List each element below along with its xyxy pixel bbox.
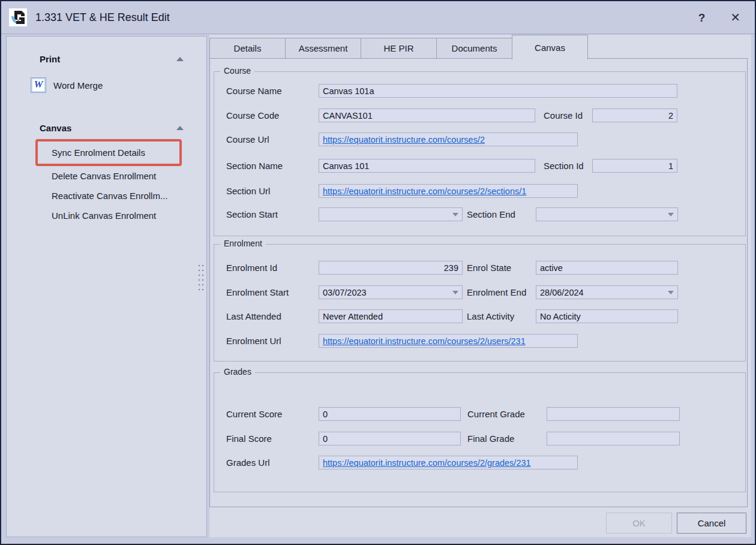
enrolment-id-field[interactable]: 239 bbox=[319, 261, 463, 275]
course-url-field: https://equatorit.instructure.com/course… bbox=[319, 133, 578, 146]
chevron-down-icon bbox=[668, 213, 674, 216]
tab-canvas[interactable]: Canvas bbox=[512, 35, 588, 59]
main-panel: Details Assessment HE PIR Documents Canv… bbox=[209, 35, 751, 537]
grades-url-field: https://equatorit.instructure.com/course… bbox=[319, 456, 578, 469]
section-name-label: Section Name bbox=[226, 161, 319, 171]
course-url-link[interactable]: https://equatorit.instructure.com/course… bbox=[323, 135, 485, 144]
section-start-dropdown[interactable] bbox=[319, 207, 463, 221]
last-attended-field[interactable]: Never Attended bbox=[319, 309, 463, 323]
enrolment-url-link[interactable]: https://equatorit.instructure.com/course… bbox=[323, 336, 526, 346]
sidebar-item-unlink-canvas-enrolment[interactable]: UnLink Canvas Enrolment bbox=[52, 209, 156, 222]
grades-group-legend: Grades bbox=[220, 367, 255, 377]
enrolment-end-dropdown[interactable]: 28/06/2024 bbox=[536, 285, 678, 299]
enrolment-id-label: Enrolment Id bbox=[226, 263, 319, 273]
current-score-label: Current Score bbox=[226, 409, 319, 419]
sidebar-group-print[interactable]: Print bbox=[40, 52, 184, 65]
section-start-label: Section Start bbox=[226, 209, 319, 219]
help-button[interactable]: ? bbox=[698, 12, 706, 23]
chevron-down-icon bbox=[452, 213, 458, 216]
collapse-arrow-icon bbox=[176, 126, 184, 130]
grades-url-link[interactable]: https://equatorit.instructure.com/course… bbox=[323, 458, 531, 468]
grades-group: Grades Current Score 0 Current Grade Fin… bbox=[214, 372, 746, 492]
course-group-legend: Course bbox=[220, 66, 254, 76]
enrolment-start-dropdown[interactable]: 03/07/2023 bbox=[319, 285, 463, 299]
course-url-label: Course Url bbox=[226, 134, 319, 144]
sidebar-item-sync-enrolment-details[interactable]: Sync Enrolment Details bbox=[52, 141, 145, 164]
canvas-tab-page: Course Course Name Canvas 101a Course Co… bbox=[209, 58, 748, 507]
close-button[interactable]: ✕ bbox=[730, 11, 740, 23]
course-name-field[interactable]: Canvas 101a bbox=[319, 84, 677, 98]
course-id-field[interactable]: 2 bbox=[592, 109, 677, 122]
chevron-down-icon bbox=[452, 291, 458, 294]
enrol-state-label: Enrol State bbox=[467, 263, 536, 273]
last-activity-field[interactable]: No Acticity bbox=[536, 309, 678, 323]
section-end-label: Section End bbox=[467, 209, 536, 219]
course-code-field[interactable]: CANVAS101 bbox=[319, 109, 535, 122]
final-score-label: Final Score bbox=[226, 433, 319, 444]
word-merge-label: Word Merge bbox=[53, 80, 103, 91]
chevron-down-icon bbox=[668, 291, 674, 294]
canvas-group-title: Canvas bbox=[40, 123, 71, 133]
app-icon bbox=[9, 8, 27, 26]
section-end-dropdown[interactable] bbox=[536, 207, 678, 221]
current-grade-label: Current Grade bbox=[467, 409, 547, 419]
sidebar-item-delete-canvas-enrollment[interactable]: Delete Canvas Enrollment bbox=[52, 169, 156, 182]
final-grade-label: Final Grade bbox=[467, 433, 547, 444]
section-id-field[interactable]: 1 bbox=[592, 159, 677, 173]
tab-he-pir[interactable]: HE PIR bbox=[361, 38, 437, 58]
window-title: 1.331 VET & HE Result Edit bbox=[35, 11, 170, 24]
dialog-window: 1.331 VET & HE Result Edit ? ✕ Print W W… bbox=[0, 0, 756, 545]
sidebar-item-reactivate-canvas-enrollment[interactable]: Reactivate Canvas Enrollm... bbox=[52, 189, 167, 202]
final-grade-field[interactable] bbox=[547, 432, 680, 445]
sidebar-group-canvas[interactable]: Canvas bbox=[40, 121, 184, 134]
enrolment-start-label: Enrolment Start bbox=[226, 287, 319, 297]
splitter-grip[interactable] bbox=[197, 263, 205, 293]
current-grade-field[interactable] bbox=[547, 407, 680, 421]
section-url-field: https://equatorit.instructure.com/course… bbox=[319, 184, 578, 198]
word-icon: W bbox=[31, 77, 46, 93]
section-name-field[interactable]: Canvas 101 bbox=[319, 159, 535, 173]
cancel-button[interactable]: Cancel bbox=[677, 513, 746, 534]
section-url-label: Section Url bbox=[226, 186, 319, 196]
enrolment-group-legend: Enrolment bbox=[220, 239, 266, 248]
sidebar: Print W Word Merge Canvas Sync Enrolment… bbox=[6, 36, 207, 537]
enrolment-end-label: Enrolment End bbox=[467, 287, 536, 297]
last-activity-label: Last Activity bbox=[467, 311, 536, 321]
course-group: Course Course Name Canvas 101a Course Co… bbox=[214, 71, 746, 236]
last-attended-label: Last Attended bbox=[226, 311, 319, 321]
grades-url-label: Grades Url bbox=[226, 457, 319, 468]
tab-documents[interactable]: Documents bbox=[436, 38, 512, 58]
final-score-field[interactable]: 0 bbox=[319, 432, 461, 445]
enrolment-url-field: https://equatorit.instructure.com/course… bbox=[319, 334, 578, 348]
course-id-label: Course Id bbox=[544, 110, 592, 121]
enrolment-group: Enrolment Enrolment Id 239 Enrol State a… bbox=[214, 244, 746, 362]
titlebar: 1.331 VET & HE Result Edit ? ✕ bbox=[1, 1, 755, 34]
enrol-state-field[interactable]: active bbox=[536, 261, 678, 275]
course-name-label: Course Name bbox=[226, 86, 319, 96]
tab-strip: Details Assessment HE PIR Documents Canv… bbox=[209, 35, 751, 59]
highlight-box: Sync Enrolment Details bbox=[35, 139, 182, 166]
tab-details[interactable]: Details bbox=[209, 38, 286, 58]
print-group-title: Print bbox=[40, 54, 60, 64]
section-id-label: Section Id bbox=[544, 161, 592, 171]
tab-assessment[interactable]: Assessment bbox=[285, 38, 361, 58]
course-code-label: Course Code bbox=[226, 110, 319, 121]
sidebar-item-word-merge[interactable]: W Word Merge bbox=[31, 76, 103, 94]
enrolment-url-label: Enrolment Url bbox=[226, 336, 319, 346]
current-score-field[interactable]: 0 bbox=[319, 407, 461, 421]
section-url-link[interactable]: https://equatorit.instructure.com/course… bbox=[323, 186, 526, 196]
collapse-arrow-icon bbox=[176, 57, 184, 61]
ok-button[interactable]: OK bbox=[606, 513, 672, 534]
